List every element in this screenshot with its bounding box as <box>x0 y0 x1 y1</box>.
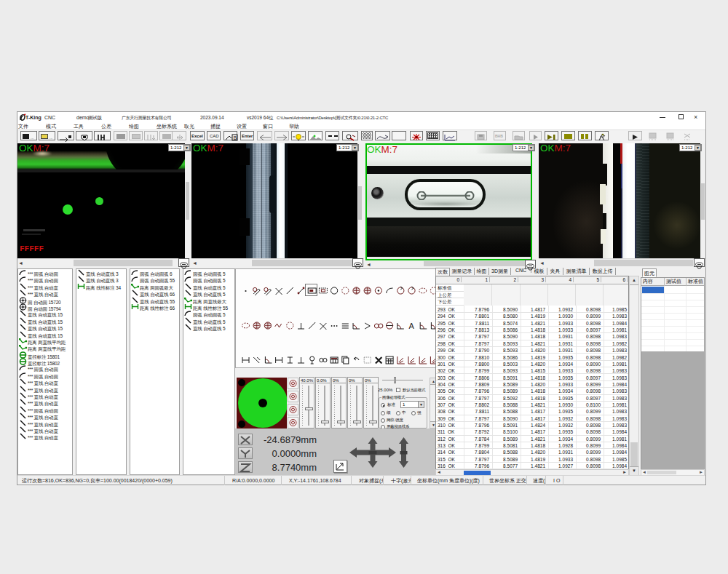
svg-text:A: A <box>409 322 415 330</box>
svg-text:B: B <box>234 135 237 140</box>
